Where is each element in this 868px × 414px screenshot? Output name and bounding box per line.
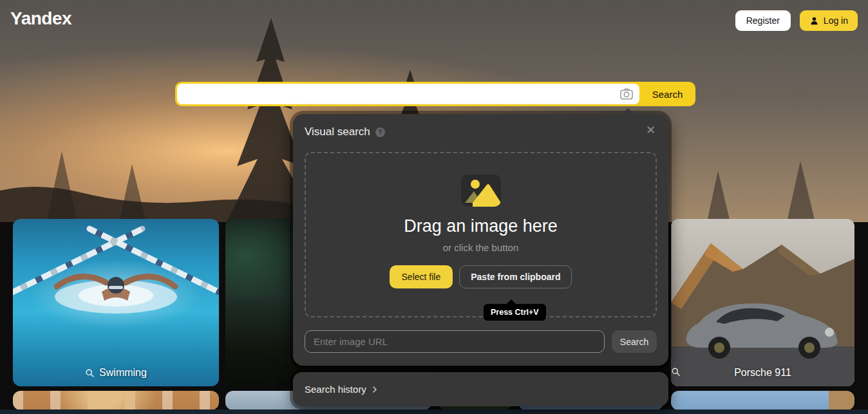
visual-search-popup: Visual search ? ✕ Drag an image here or … [293,114,668,366]
card-label-swimming: Swimming [13,367,219,379]
register-button[interactable]: Register [735,10,791,31]
yandex-images-page: Yandex Register Log in Sear [0,0,868,414]
login-button[interactable]: Log in [800,10,858,31]
picture-icon [461,174,501,207]
search-history-label: Search history [305,384,366,395]
next-row-edge [0,409,868,414]
press-ctrl-v-tooltip: Press Ctrl+V [484,304,546,321]
porsche-illustration [671,219,854,386]
search-input-area [177,84,639,104]
image-card-partial-5[interactable] [671,391,854,410]
swimmer-illustration [45,257,187,321]
image-card-swimming[interactable]: Swimming [13,219,219,386]
select-file-button[interactable]: Select file [390,265,453,288]
person-icon [809,16,819,26]
header-buttons: Register Log in [735,10,858,31]
search-magnifier-icon [671,367,681,377]
main-search-bar: Search [175,82,695,106]
dropzone-subheading: or click the button [443,242,519,253]
search-input[interactable] [185,84,610,104]
card-label-porsche: Porsche 911 [671,367,854,379]
help-question-icon[interactable]: ? [375,127,385,137]
paste-from-clipboard-button[interactable]: Paste from clipboard [459,265,572,288]
visual-search-camera-icon[interactable] [619,86,634,102]
search-magnifier-icon [85,368,95,378]
image-dropzone[interactable]: Drag an image here or click the button S… [305,152,657,317]
url-search-button[interactable]: Search [612,330,657,353]
yandex-logo[interactable]: Yandex [10,8,71,29]
search-history-link[interactable]: Search history [293,372,668,406]
image-card-porsche[interactable]: Porsche 911 [671,219,854,386]
close-icon[interactable]: ✕ [646,124,656,136]
login-label: Log in [824,15,848,26]
search-button[interactable]: Search [639,82,695,106]
dropzone-heading: Drag an image here [404,216,558,236]
popup-title: Visual search [305,126,370,138]
image-card-partial-1[interactable] [13,391,219,410]
chevron-right-icon [370,384,380,395]
image-url-input[interactable] [305,330,605,353]
